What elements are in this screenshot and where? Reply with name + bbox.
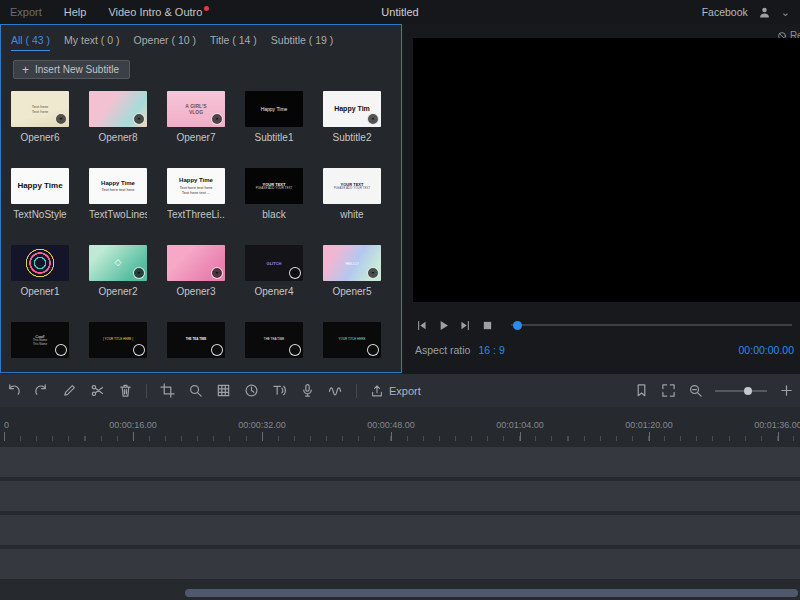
template-thumbnail[interactable]: Cool!This NameThis Name: [11, 322, 69, 358]
library-tab-1[interactable]: My text ( 0 ): [64, 34, 119, 51]
menu-export[interactable]: Export: [10, 6, 42, 18]
marker-icon[interactable]: [634, 383, 649, 398]
seek-slider[interactable]: [511, 318, 792, 332]
template-thumbnail[interactable]: Happy TimeText here text hereText here t…: [167, 168, 225, 204]
voice-change-icon[interactable]: [328, 383, 343, 398]
template-card-Opener5[interactable]: HELLOOpener5: [323, 245, 381, 298]
template-thumbnail[interactable]: THE TEA TIME: [245, 322, 303, 358]
template-card-Subtitle1[interactable]: Happy TimeSubtitle1: [245, 91, 303, 144]
template-label: Opener2: [89, 286, 147, 298]
edit-icon[interactable]: [62, 383, 77, 398]
delete-icon[interactable]: [118, 383, 133, 398]
undo-icon[interactable]: [6, 383, 21, 398]
template-thumbnail[interactable]: | YOUR TITLE HERE |: [89, 322, 147, 358]
template-thumbnail[interactable]: [89, 91, 147, 127]
thumbnail-text: ◇: [115, 257, 122, 268]
template-card-white[interactable]: YOUR TEXTPLEASE ADD YOUR TEXTwhite: [323, 168, 381, 221]
timeline-track-2[interactable]: [0, 481, 800, 511]
template-thumbnail[interactable]: Happy Time: [245, 91, 303, 127]
template-label: [89, 363, 147, 373]
fit-screen-icon[interactable]: [661, 383, 676, 398]
template-label: [323, 363, 381, 373]
template-thumbnail[interactable]: YOUR TEXTPLEASE ADD YOUR TEXT: [245, 168, 303, 204]
timeline-horizontal-scrollbar[interactable]: [185, 589, 798, 597]
ruler-time-label: 00:01:04.00: [496, 420, 544, 430]
template-thumbnail[interactable]: GLITCH: [245, 245, 303, 281]
timeline-track-1[interactable]: [0, 447, 800, 477]
template-thumbnail[interactable]: HELLO: [323, 245, 381, 281]
template-card-Opener1[interactable]: Opener1: [11, 245, 69, 298]
thumbnail-text: VLOG: [189, 109, 203, 115]
next-frame-button[interactable]: [459, 319, 472, 332]
play-button[interactable]: [437, 319, 450, 332]
timeline-track-3[interactable]: [0, 515, 800, 545]
duration-icon[interactable]: [244, 383, 259, 398]
template-label: Opener1: [11, 286, 69, 298]
zoom-out-icon[interactable]: [688, 383, 703, 398]
export-button[interactable]: Export: [370, 384, 421, 398]
template-card-Opener6[interactable]: Text hereText hereOpener6: [11, 91, 69, 144]
timeline-track-4[interactable]: [0, 549, 800, 579]
library-tab-0[interactable]: All ( 43 ): [11, 34, 50, 51]
template-card-Opener2[interactable]: ◇Opener2: [89, 245, 147, 298]
zoom-in-icon[interactable]: [779, 383, 794, 398]
download-icon: [289, 344, 301, 356]
mosaic-icon[interactable]: [216, 383, 231, 398]
stop-button[interactable]: [481, 319, 494, 332]
account-icon[interactable]: [758, 6, 771, 19]
template-thumbnail[interactable]: Happy Tim: [323, 91, 381, 127]
template-thumbnail[interactable]: Happy TimeText here text here: [89, 168, 147, 204]
thumbnail-text: PLEASE ADD YOUR TEXT: [334, 187, 371, 191]
thumbnail-text: Happy Tim: [334, 105, 370, 114]
download-icon: [367, 113, 379, 125]
facebook-link[interactable]: Facebook: [702, 6, 748, 18]
template-thumbnail[interactable]: [11, 245, 69, 281]
library-tab-3[interactable]: Title ( 14 ): [210, 34, 257, 51]
insert-new-subtitle-button[interactable]: + Insert New Subtitle: [13, 60, 130, 79]
template-card-18[interactable]: THE TEA TIME: [245, 322, 303, 373]
template-thumbnail[interactable]: Happy Time: [11, 168, 69, 204]
crop-icon[interactable]: [160, 383, 175, 398]
template-label: Subtitle2: [323, 132, 381, 144]
template-thumbnail[interactable]: Text hereText here: [11, 91, 69, 127]
timeline-ruler[interactable]: 0 00:00:16.0000:00:32.0000:00:48.0000:01…: [0, 407, 800, 443]
template-card-Opener8[interactable]: Opener8: [89, 91, 147, 144]
previous-frame-button[interactable]: [415, 319, 428, 332]
library-tab-4[interactable]: Subtitle ( 19 ): [271, 34, 333, 51]
template-thumbnail[interactable]: A GIRL'SVLOG: [167, 91, 225, 127]
zoom-icon[interactable]: [188, 383, 203, 398]
record-icon[interactable]: [300, 383, 315, 398]
template-thumbnail[interactable]: YOUR TITLE HERE: [323, 322, 381, 358]
template-card-Opener7[interactable]: A GIRL'SVLOGOpener7: [167, 91, 225, 144]
ruler-time-label: 00:01:36.00: [754, 420, 800, 430]
template-thumbnail[interactable]: YOUR TEXTPLEASE ADD YOUR TEXT: [323, 168, 381, 204]
template-card-Subtitle2[interactable]: Happy TimSubtitle2: [323, 91, 381, 144]
ruler-time-label: 00:00:16.00: [109, 420, 157, 430]
template-thumbnail[interactable]: ◇: [89, 245, 147, 281]
split-icon[interactable]: [90, 383, 105, 398]
template-card-19[interactable]: YOUR TITLE HERE: [323, 322, 381, 373]
template-card-16[interactable]: | YOUR TITLE HERE |: [89, 322, 147, 373]
template-card-TextTwoLines[interactable]: Happy TimeText here text hereTextTwoLine…: [89, 168, 147, 221]
library-tab-2[interactable]: Opener ( 10 ): [134, 34, 196, 51]
template-card-black[interactable]: YOUR TEXTPLEASE ADD YOUR TEXTblack: [245, 168, 303, 221]
aspect-ratio-value[interactable]: 16 : 9: [478, 344, 504, 356]
menu-video-intro-outro[interactable]: Video Intro & Outro: [108, 6, 209, 18]
template-card-15[interactable]: Cool!This NameThis Name: [11, 322, 69, 373]
seek-handle[interactable]: [513, 321, 522, 330]
thumbnail-text: Text here text here: [101, 187, 134, 192]
template-card-Opener4[interactable]: GLITCHOpener4: [245, 245, 303, 298]
template-card-TextThreeLi...[interactable]: Happy TimeText here text hereText here t…: [167, 168, 225, 221]
timeline-zoom-slider[interactable]: [715, 386, 767, 396]
template-thumbnail[interactable]: THE TEA TIME: [167, 322, 225, 358]
menu-help[interactable]: Help: [64, 6, 87, 18]
zoom-slider-handle[interactable]: [744, 387, 752, 395]
template-card-Opener3[interactable]: Opener3: [167, 245, 225, 298]
text-to-speech-icon[interactable]: [272, 383, 287, 398]
redo-icon[interactable]: [34, 383, 49, 398]
template-card-17[interactable]: THE TEA TIME: [167, 322, 225, 373]
template-thumbnail[interactable]: [167, 245, 225, 281]
template-label: Opener7: [167, 132, 225, 144]
template-card-TextNoStyle[interactable]: Happy TimeTextNoStyle: [11, 168, 69, 221]
chevron-down-icon[interactable]: ⌄: [781, 7, 790, 17]
